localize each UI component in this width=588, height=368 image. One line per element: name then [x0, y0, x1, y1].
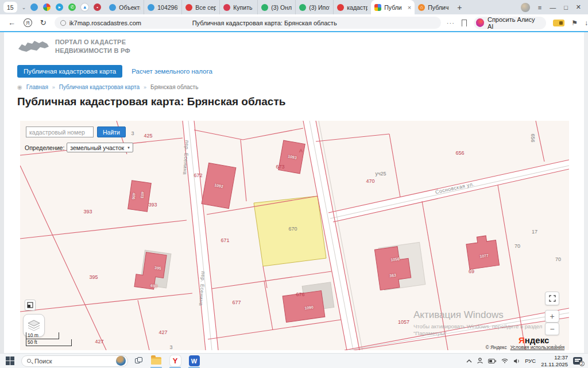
- start-button[interactable]: [6, 356, 14, 365]
- breadcrumb-current: Брянская область: [150, 84, 198, 90]
- file-explorer-button[interactable]: [150, 355, 163, 367]
- tab-objects[interactable]: Объекты: [106, 0, 144, 14]
- zoom-out-button[interactable]: −: [545, 323, 559, 335]
- ask-alice-button[interactable]: Спросить Алису AI: [474, 17, 546, 29]
- flag-icon[interactable]: ⚑: [571, 19, 578, 27]
- tab-services[interactable]: Все серви: [181, 0, 219, 14]
- tray-person-icon[interactable]: [477, 358, 483, 364]
- language-indicator[interactable]: РУС: [525, 358, 536, 364]
- taskbar-search[interactable]: Поиск: [21, 355, 128, 367]
- url-text[interactable]: ik7map.roscadastres.com: [69, 20, 141, 26]
- tab-favicon-crimson: [223, 4, 230, 11]
- breadcrumb-home[interactable]: Главная: [26, 84, 48, 90]
- pinned-palette-icon[interactable]: [43, 3, 51, 11]
- map-attribution: © ЯндексУсловия использования: [434, 344, 564, 350]
- site-globe-icon: [60, 20, 66, 26]
- new-tab-button[interactable]: +: [452, 3, 466, 12]
- tab-counter-value: 15: [7, 4, 14, 11]
- alice-icon: [476, 18, 484, 27]
- pinned-telegram-icon[interactable]: ▸: [56, 3, 63, 11]
- web-page: ПОРТАЛ О КАДАСТРЕ НЕДВИЖИМОСТИ В РФ Публ…: [0, 32, 588, 353]
- tab-label: Все серви: [195, 4, 216, 11]
- area-select-button[interactable]: [25, 300, 36, 310]
- tab-label: (3) Ипоте: [309, 4, 330, 11]
- yandex-logo-rest: ндекс: [525, 335, 550, 345]
- cadastral-map[interactable]: 3425672673А67167039339339542742736776764…: [20, 121, 569, 350]
- window-minimize-button[interactable]: —: [550, 4, 556, 11]
- cadastral-number-input[interactable]: [26, 126, 94, 137]
- tab-favicon-globe: [109, 4, 116, 11]
- site-logo[interactable]: ПОРТАЛ О КАДАСТРЕ НЕДВИЖИМОСТИ В РФ: [17, 38, 130, 55]
- tab-favicon-green: [299, 4, 306, 11]
- left-gutter: [0, 32, 4, 353]
- search-highlight-image[interactable]: [116, 356, 126, 366]
- omnibox[interactable]: ik7map.roscadastres.com Публичная кадаст…: [55, 17, 441, 29]
- tab-close-icon[interactable]: ×: [405, 4, 411, 11]
- system-tray: РУС 12:37 21.11.2025 2: [466, 354, 588, 368]
- scale-feet: 50 ft: [26, 339, 72, 346]
- tab-counter[interactable]: 15: [3, 2, 17, 13]
- breadcrumb-public-map[interactable]: Публичная кадастровая карта: [59, 84, 140, 90]
- location-pin-icon: ◉: [17, 84, 22, 90]
- bookmark-icon[interactable]: [462, 20, 467, 26]
- battery-icon[interactable]: [488, 359, 496, 363]
- tab-public-map-active[interactable]: Публи×: [371, 0, 415, 14]
- yandex-browser-button[interactable]: Y: [169, 355, 181, 367]
- wifi-icon[interactable]: [501, 358, 508, 363]
- window-maximize-button[interactable]: □: [564, 4, 568, 11]
- tab-list-chevron-icon[interactable]: ⌄: [22, 5, 26, 10]
- object-type-select[interactable]: земельный участок▾: [67, 143, 133, 152]
- area-select-icon: [27, 302, 33, 308]
- speaker-icon[interactable]: [513, 358, 520, 364]
- tab-kadastr[interactable]: кадастро: [333, 0, 371, 14]
- pinned-globe-icon[interactable]: [30, 3, 38, 11]
- zoom-in-button[interactable]: +: [545, 310, 559, 323]
- tab-ipoteka[interactable]: (3) Ипоте: [295, 0, 333, 14]
- taskbar-search-label: Поиск: [34, 358, 52, 365]
- window-close-button[interactable]: ✕: [576, 3, 581, 11]
- taskbar-clock[interactable]: 12:37 21.11.2025: [541, 354, 568, 368]
- clock-date: 21.11.2025: [541, 361, 568, 368]
- yandex-browser-icon: Y: [170, 355, 181, 366]
- clock-time: 12:37: [541, 354, 568, 361]
- task-view-button[interactable]: [135, 357, 144, 365]
- yandex-logo[interactable]: Яндекс: [519, 335, 549, 345]
- downloads-icon[interactable]: ↓: [585, 19, 588, 27]
- tray-chevron-up-icon[interactable]: [466, 359, 472, 363]
- tab-buy[interactable]: Купить ак: [219, 0, 257, 14]
- folder-icon: [151, 357, 161, 365]
- fullscreen-button[interactable]: [545, 292, 559, 305]
- logo-line-2: НЕДВИЖИМОСТИ В РФ: [55, 47, 130, 55]
- pinned-whatsapp-icon[interactable]: ✆: [68, 3, 76, 11]
- selected-parcel-670[interactable]: [254, 196, 326, 266]
- browser-menu-icon[interactable]: ≡: [538, 4, 541, 11]
- pinned-avito-icon[interactable]: ▲: [81, 3, 88, 11]
- scrollbar[interactable]: [584, 32, 588, 353]
- pinned-app-icon[interactable]: •: [94, 3, 101, 11]
- more-actions-icon[interactable]: ···: [447, 20, 455, 26]
- alice-label: Спросить Алису AI: [488, 16, 540, 30]
- fullscreen-icon: [549, 295, 556, 302]
- tab-number[interactable]: 10429692: [144, 0, 181, 14]
- windows-taskbar: Поиск Y W РУС 12:37 21.11.2025 2: [0, 353, 588, 368]
- word-button[interactable]: W: [188, 355, 200, 367]
- site-nav: Публичная кадастровая карта Расчет земел…: [17, 65, 212, 78]
- nav-public-map-button[interactable]: Публичная кадастровая карта: [17, 65, 122, 78]
- notification-badge: 2: [579, 361, 585, 366]
- map-canvas[interactable]: [20, 121, 569, 350]
- extension-icon[interactable]: [553, 20, 564, 26]
- layers-icon: [28, 320, 40, 331]
- screen: 15 ⌄ ▸ ✆ ▲ • Объекты 10429692 Все серви …: [0, 0, 588, 368]
- profile-avatar[interactable]: [521, 3, 530, 12]
- scale-meters: 10 m: [26, 332, 59, 339]
- yandex-home-icon[interactable]: Я: [24, 18, 32, 27]
- collapse-chevron-icon[interactable]: [556, 343, 562, 348]
- tab-public-map-2[interactable]: ⌂Публична: [415, 0, 452, 14]
- find-button[interactable]: Найти: [97, 126, 126, 137]
- notification-center-button[interactable]: 2: [573, 357, 582, 365]
- nav-land-tax-link[interactable]: Расчет земельного налога: [131, 68, 212, 75]
- tab-online[interactable]: (3) Онлай: [257, 0, 295, 14]
- back-button[interactable]: ←: [8, 18, 16, 27]
- map-scale: 10 m 50 ft: [26, 332, 72, 346]
- reload-button[interactable]: ↻: [40, 18, 47, 27]
